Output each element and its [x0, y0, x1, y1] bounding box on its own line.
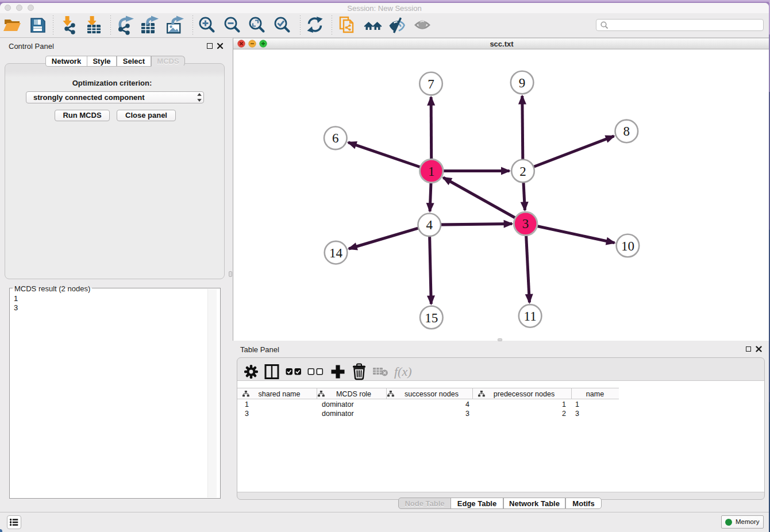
svg-text:15: 15	[425, 311, 438, 325]
svg-text:10: 10	[621, 239, 634, 253]
svg-text:1: 1	[428, 164, 435, 179]
svg-text:9: 9	[519, 76, 526, 90]
svg-text:11: 11	[524, 309, 537, 323]
svg-text:8: 8	[623, 124, 630, 138]
svg-text:2: 2	[519, 164, 526, 179]
svg-text:3: 3	[522, 217, 529, 231]
svg-text:6: 6	[332, 131, 339, 145]
svg-text:4: 4	[426, 218, 433, 232]
svg-text:14: 14	[329, 246, 343, 260]
svg-text:7: 7	[428, 77, 434, 91]
